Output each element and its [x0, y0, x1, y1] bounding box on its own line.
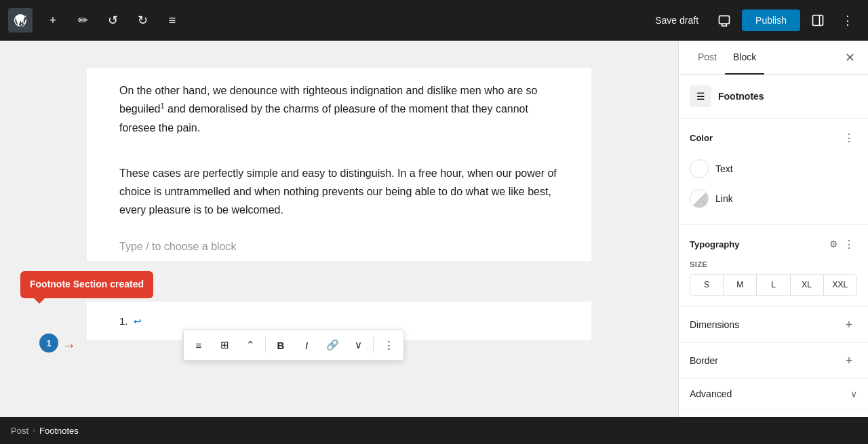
size-label: SIZE — [690, 260, 857, 268]
list-view-button[interactable]: ≡ — [160, 8, 184, 33]
size-options: S M L XL XXL — [690, 274, 857, 296]
svg-rect-0 — [719, 16, 730, 24]
border-section[interactable]: Border + — [679, 343, 868, 379]
block-options-button[interactable]: ⋮ — [376, 333, 401, 357]
block-placeholder[interactable]: Type / to choose a block — [87, 233, 591, 261]
floating-toolbar: ≡ ⊞ ⌃ B I 🔗 ∨ ⋮ — [183, 329, 404, 361]
breadcrumb-footnotes: Footnotes — [39, 426, 79, 436]
more-options-button[interactable]: ⋮ — [835, 8, 860, 33]
footnote-return-link[interactable]: ↩ — [134, 316, 142, 327]
color-section-header: Color ⋮ — [690, 129, 857, 146]
toggle-sidebar-button[interactable] — [806, 8, 830, 33]
edit-tool-button[interactable]: ✏ — [71, 8, 95, 33]
grid-style-button[interactable]: ⊞ — [212, 333, 237, 357]
tab-post[interactable]: Post — [690, 41, 725, 75]
italic-button[interactable]: I — [294, 333, 319, 357]
size-xl-button[interactable]: XL — [791, 275, 824, 295]
color-section: Color ⋮ Text Link — [679, 119, 868, 225]
footnote-tooltip: Footnote Section created — [20, 271, 153, 298]
dimensions-title: Dimensions — [690, 319, 739, 330]
typography-menu-button[interactable]: ⋮ — [841, 236, 857, 252]
tab-block[interactable]: Block — [725, 41, 764, 75]
typography-section-header: Typography ⚙ ⋮ — [690, 236, 857, 252]
color-link-option[interactable]: Link — [690, 184, 857, 214]
toolbar-divider-1 — [265, 337, 266, 353]
breadcrumb: Post › Footnotes — [0, 417, 868, 444]
color-section-title: Color — [690, 133, 713, 143]
advanced-chevron-icon: ∨ — [850, 388, 857, 399]
border-add-icon: + — [841, 352, 857, 369]
typography-section-title: Typography — [690, 239, 739, 249]
undo-button[interactable]: ↺ — [100, 8, 125, 33]
step-arrow: → — [62, 338, 76, 353]
editor-area: Footnote Section created 1 → On the othe… — [0, 41, 678, 417]
size-xxl-button[interactable]: XXL — [824, 275, 856, 295]
size-m-button[interactable]: M — [724, 275, 757, 295]
add-block-button[interactable]: + — [41, 8, 65, 33]
block-icon: ☰ — [690, 85, 711, 107]
svg-rect-1 — [813, 16, 823, 26]
color-text-label: Text — [715, 163, 733, 174]
wp-logo[interactable] — [8, 8, 33, 33]
dimensions-section[interactable]: Dimensions + — [679, 307, 868, 343]
color-link-label: Link — [715, 193, 733, 204]
dimensions-add-icon: + — [841, 317, 857, 333]
border-title: Border — [690, 355, 718, 366]
color-menu-button[interactable]: ⋮ — [841, 129, 857, 146]
main-layout: Footnote Section created 1 → On the othe… — [0, 41, 868, 417]
color-text-option[interactable]: Text — [690, 154, 857, 184]
step-indicator: 1 — [39, 334, 58, 352]
footnote-item: 1. ↩ — [119, 315, 559, 327]
paragraph-block-2[interactable]: These cases are perfectly simple and eas… — [87, 150, 591, 233]
color-text-circle — [690, 159, 709, 178]
color-link-circle — [690, 189, 709, 208]
more-formats-button[interactable]: ∨ — [346, 333, 370, 357]
block-icon-symbol: ☰ — [696, 91, 705, 102]
editor-content: On the other hand, we denounce with righ… — [54, 68, 624, 340]
paragraph-block-1[interactable]: On the other hand, we denounce with righ… — [87, 68, 591, 150]
advanced-section[interactable]: Advanced ∨ — [679, 379, 868, 409]
link-button[interactable]: 🔗 — [320, 333, 344, 357]
paragraph-1-cont: and demoralised by the charms of pleasur… — [119, 104, 528, 134]
bold-button[interactable]: B — [269, 333, 293, 357]
sidebar-close-button[interactable]: ✕ — [840, 47, 860, 68]
publish-button[interactable]: Publish — [742, 9, 800, 31]
main-toolbar: + ✏ ↺ ↻ ≡ Save draft Publish ⋮ — [0, 0, 868, 41]
redo-button[interactable]: ↻ — [130, 8, 155, 33]
save-draft-button[interactable]: Save draft — [647, 9, 707, 31]
paragraph-2-text: These cases are perfectly simple and eas… — [119, 167, 557, 216]
toolbar-divider-2 — [373, 337, 374, 353]
breadcrumb-post-link[interactable]: Post — [11, 426, 28, 436]
toolbar-group-1: ≡ ⊞ ⌃ — [186, 333, 262, 357]
typography-section: Typography ⚙ ⋮ SIZE S M L XL XXL — [679, 225, 868, 307]
sidebar: Post Block ✕ ☰ Footnotes Color ⋮ Text Li… — [678, 41, 868, 417]
size-l-button[interactable]: L — [757, 275, 790, 295]
breadcrumb-separator: › — [33, 426, 35, 435]
typography-settings: ⚙ ⋮ — [829, 236, 857, 252]
preview-button[interactable] — [712, 8, 736, 33]
list-style-button[interactable]: ≡ — [186, 333, 211, 357]
block-name: Footnotes — [718, 91, 764, 102]
sliders-icon: ⚙ — [829, 239, 838, 249]
block-info: ☰ Footnotes — [679, 75, 868, 119]
size-s-button[interactable]: S — [690, 275, 724, 295]
advanced-title: Advanced — [690, 388, 732, 399]
sidebar-tabs: Post Block ✕ — [679, 41, 868, 75]
footnote-number: 1. — [119, 315, 128, 327]
move-button[interactable]: ⌃ — [238, 333, 262, 357]
